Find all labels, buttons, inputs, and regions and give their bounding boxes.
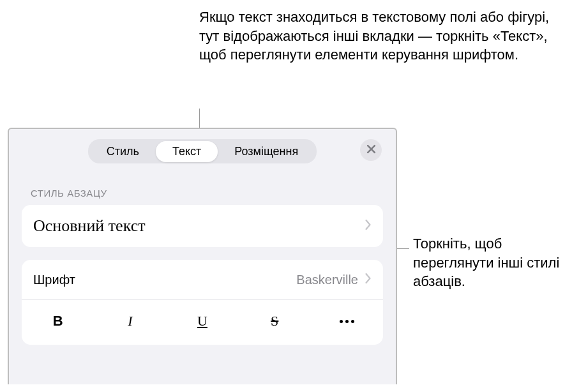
chevron-right-icon (365, 273, 372, 287)
tab-arrange[interactable]: Розміщення (218, 141, 315, 162)
close-icon (366, 144, 376, 156)
paragraph-style-header: СТИЛЬ АБЗАЦУ (9, 171, 396, 205)
tab-text[interactable]: Текст (156, 141, 218, 162)
underline-button[interactable]: U (166, 306, 238, 336)
paragraph-style-value: Основний текст (33, 216, 146, 236)
paragraph-style-row[interactable]: Основний текст (22, 205, 383, 247)
format-buttons-row: B I U S (22, 299, 383, 345)
font-row[interactable]: Шрифт Baskerville (22, 260, 383, 299)
bold-button[interactable]: B (22, 306, 94, 336)
more-icon (340, 320, 354, 323)
close-button[interactable] (360, 139, 382, 161)
italic-button[interactable]: I (94, 306, 166, 336)
font-value: Baskerville (296, 273, 358, 287)
strikethrough-button[interactable]: S (239, 306, 311, 336)
chevron-right-icon (365, 219, 372, 233)
callout-top-text: Якщо текст знаходиться в текстовому полі… (199, 8, 550, 64)
more-options-button[interactable] (311, 306, 383, 336)
tab-style[interactable]: Стиль (90, 141, 156, 162)
font-label: Шрифт (33, 273, 75, 287)
paragraph-style-card: Основний текст (22, 205, 383, 247)
callout-right-text: Торкніть, щоб переглянути інші стилі абз… (413, 234, 566, 291)
format-panel: Стиль Текст Розміщення СТИЛЬ АБЗАЦУ Осно… (8, 128, 397, 384)
segmented-control: Стиль Текст Розміщення (88, 139, 317, 163)
panel-header: Стиль Текст Розміщення (9, 129, 396, 171)
font-card: Шрифт Baskerville B I U S (22, 260, 383, 345)
